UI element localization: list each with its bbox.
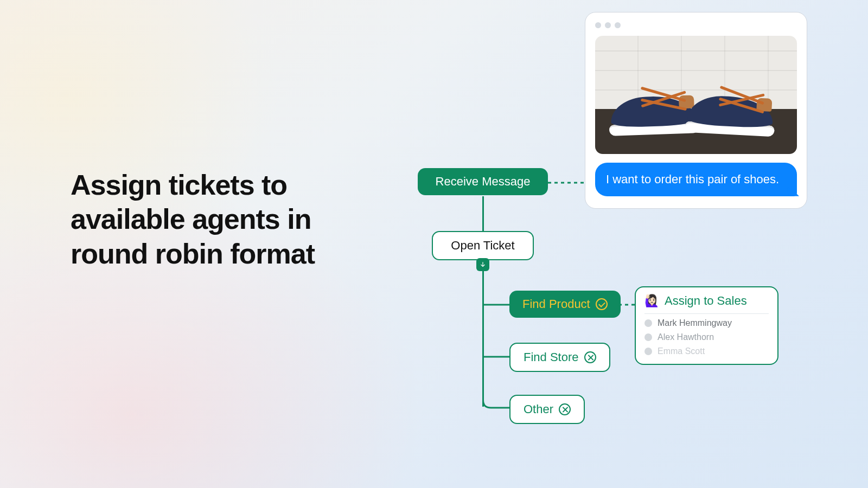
agent-name: Mark Hemmingway [658, 318, 732, 328]
connector-branch [482, 304, 509, 306]
connector-receive-to-chat [548, 182, 586, 183]
arrow-down-icon [476, 258, 489, 271]
x-circle-icon [584, 351, 596, 363]
node-label: Receive Message [436, 175, 531, 189]
assign-card-title: 🙋🏻‍♀️ Assign to Sales [644, 294, 769, 314]
node-receive-message: Receive Message [418, 168, 548, 195]
shoe-illustration [682, 86, 778, 140]
node-find-product: Find Product [509, 291, 621, 318]
node-open-ticket: Open Ticket [432, 231, 534, 260]
window-dot [595, 22, 601, 28]
status-dot-icon [644, 333, 652, 341]
x-circle-icon [559, 403, 571, 415]
assign-card: 🙋🏻‍♀️ Assign to Sales Mark Hemmingway Al… [635, 286, 778, 365]
window-controls [595, 22, 797, 28]
window-dot [605, 22, 611, 28]
agent-name: Alex Hawthorn [658, 332, 714, 342]
window-dot [615, 22, 621, 28]
node-label: Other [524, 402, 553, 416]
workflow-diagram: Receive Message Open Ticket Find Product… [412, 168, 814, 472]
person-raising-hand-icon: 🙋🏻‍♀️ [644, 294, 659, 308]
node-other: Other [509, 395, 585, 424]
node-find-store: Find Store [509, 343, 610, 372]
agent-row: Emma Scott [644, 346, 769, 356]
connector-find-product-to-assign [618, 304, 635, 306]
headline-text: Assign tickets to available agents in ro… [71, 168, 374, 271]
connector-branch-last [482, 396, 510, 409]
assign-title-text: Assign to Sales [665, 294, 747, 308]
node-label: Find Product [522, 297, 590, 311]
status-dot-icon [644, 319, 652, 327]
check-circle-icon [596, 298, 608, 310]
agent-row: Alex Hawthorn [644, 332, 769, 342]
connector-branch [482, 356, 509, 358]
chat-attachment-image [595, 36, 797, 154]
node-label: Find Store [524, 350, 579, 364]
status-dot-icon [644, 348, 652, 355]
agent-name: Emma Scott [658, 346, 705, 356]
connector-vertical [482, 196, 484, 231]
node-label: Open Ticket [451, 239, 514, 253]
assign-agent-list: Mark Hemmingway Alex Hawthorn Emma Scott [644, 318, 769, 356]
agent-row: Mark Hemmingway [644, 318, 769, 328]
